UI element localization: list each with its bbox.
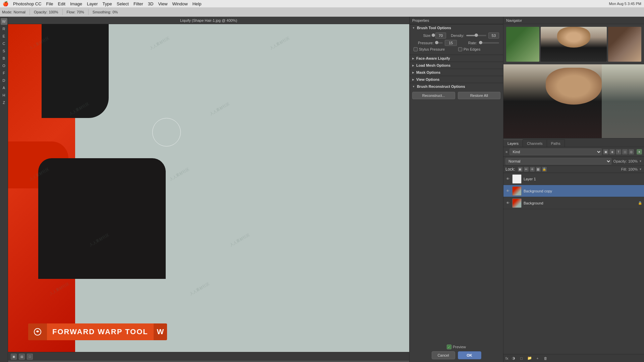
lock-transparent-icon[interactable]: ▣: [518, 167, 523, 172]
tool-thaw-mask[interactable]: D: [1, 77, 7, 84]
pressure-thumb[interactable]: [435, 41, 438, 44]
delete-layer-btn[interactable]: 🗑: [543, 355, 549, 361]
smoothing-label: Smoothing:: [93, 10, 111, 14]
layer-eye-2[interactable]: 👁: [505, 189, 510, 193]
filter-toggle[interactable]: ●: [637, 149, 642, 155]
canvas-content[interactable]: 人人素材社区 人人素材社区 人人素材社区 人人素材社区 人人素材社区 人人素材社…: [8, 24, 409, 352]
tab-channels[interactable]: Channels: [523, 139, 547, 147]
layer-row-3[interactable]: 👁 Background 🔒: [503, 197, 644, 209]
density-value[interactable]: 53: [488, 33, 499, 39]
add-mask-btn[interactable]: □: [519, 355, 525, 361]
density-slider[interactable]: [466, 35, 486, 36]
restore-all-button[interactable]: Restore All: [458, 92, 501, 99]
mask-options-toggle[interactable]: ▶ Mask Options: [410, 69, 503, 76]
layer-mode-select[interactable]: Normal: [505, 158, 611, 165]
density-thumb[interactable]: [475, 34, 478, 37]
filter-adjust-icon[interactable]: ◈: [609, 149, 615, 155]
fx-label[interactable]: fx: [505, 356, 508, 360]
add-adjustment-btn[interactable]: ◑: [511, 355, 517, 361]
tool-hand[interactable]: H: [1, 92, 7, 99]
lock-all-icon[interactable]: 🔒: [542, 167, 547, 172]
canvas-btn-1[interactable]: ▣: [11, 354, 17, 360]
menu-edit[interactable]: Edit: [58, 1, 65, 6]
mode-value[interactable]: Normal: [14, 10, 25, 14]
tool-smooth[interactable]: E: [1, 33, 7, 40]
navigator-main-image[interactable]: [503, 64, 644, 138]
tool-forward-warp[interactable]: W: [1, 18, 7, 25]
reconstruct-label: Brush Reconstruct Options: [417, 84, 465, 88]
smoothing-value[interactable]: 0%: [113, 10, 118, 14]
reconstruct-buttons: Reconstruct... Restore All: [410, 90, 503, 101]
fill-value[interactable]: 100%: [628, 167, 638, 171]
cancel-button[interactable]: Cancel: [432, 351, 455, 359]
tool-reconstruct[interactable]: R: [1, 25, 7, 32]
lock-artboard-icon[interactable]: ▦: [536, 167, 541, 172]
tool-push-left[interactable]: O: [1, 62, 7, 69]
stylus-pressure-checkbox[interactable]: [414, 47, 418, 51]
opacity-value[interactable]: 100%: [628, 159, 638, 163]
ok-button[interactable]: OK: [458, 351, 481, 359]
lock-paint-icon[interactable]: ✏: [524, 167, 529, 172]
flow-value[interactable]: 70%: [77, 10, 84, 14]
size-value[interactable]: 70: [435, 33, 446, 39]
menu-type[interactable]: Type: [103, 1, 112, 6]
tool-bloat[interactable]: B: [1, 55, 7, 62]
nav-thumb-2[interactable]: [541, 27, 607, 62]
load-mesh-toggle[interactable]: ▶ Load Mesh Options: [410, 62, 503, 69]
menu-photoshop[interactable]: Photoshop CC: [13, 1, 42, 6]
rate-thumb[interactable]: [479, 41, 482, 44]
size-thumb[interactable]: [432, 34, 435, 37]
rate-slider[interactable]: [479, 42, 499, 44]
nav-thumb-1[interactable]: [506, 27, 539, 62]
tool-twirl[interactable]: C: [1, 40, 7, 47]
opacity-value[interactable]: 100%: [49, 10, 58, 14]
view-options-toggle[interactable]: ▶ View Options: [410, 76, 503, 83]
apple-menu[interactable]: 🍎: [3, 1, 8, 6]
filter-smart-icon[interactable]: ◎: [629, 149, 634, 155]
canvas-area[interactable]: Liquify (Shape Hair-1.jpg @ 400%): [8, 17, 409, 362]
canvas-btn-3[interactable]: □: [27, 354, 33, 360]
warp-tool-icon: [33, 327, 42, 337]
tab-paths[interactable]: Paths: [547, 139, 565, 147]
tool-zoom[interactable]: Z: [1, 99, 7, 106]
brush-cursor: [152, 118, 181, 146]
layer-row-2[interactable]: 👁 Background copy: [503, 185, 644, 197]
layer-row-1[interactable]: 👁 Layer 1: [503, 173, 644, 185]
preview-checkbox[interactable]: ✓: [447, 345, 451, 349]
layer-eye-1[interactable]: 👁: [505, 177, 510, 181]
menu-file[interactable]: File: [46, 1, 53, 6]
canvas-btn-2[interactable]: ▤: [19, 354, 25, 360]
reconstruct-button[interactable]: Reconstruct...: [412, 92, 455, 99]
layer-eye-3[interactable]: 👁: [505, 201, 510, 205]
pin-edges-checkbox[interactable]: [458, 47, 462, 51]
menu-select[interactable]: Select: [117, 1, 129, 6]
face-aware-toggle[interactable]: ▶ Face-Aware Liquify: [410, 55, 503, 62]
menu-3d[interactable]: 3D: [148, 1, 154, 6]
menu-help[interactable]: Help: [193, 1, 202, 6]
pin-edges-item[interactable]: Pin Edges: [458, 47, 480, 51]
pressure-value[interactable]: 15: [445, 40, 457, 46]
size-label: Size:: [414, 34, 431, 38]
tool-face[interactable]: A: [1, 84, 7, 91]
add-group-btn[interactable]: 📁: [527, 355, 533, 361]
add-layer-btn[interactable]: +: [535, 355, 541, 361]
reconstruct-toggle[interactable]: ▼ Brush Reconstruct Options: [410, 83, 503, 90]
menu-view[interactable]: View: [158, 1, 167, 6]
nav-thumb-3[interactable]: [608, 27, 641, 62]
filter-shape-icon[interactable]: ◇: [622, 149, 628, 155]
menu-image[interactable]: Image: [70, 1, 82, 6]
filter-type-icon[interactable]: T: [616, 149, 621, 155]
warp-tooltip: FORWARD WARP TOOL W: [28, 323, 167, 340]
menu-layer[interactable]: Layer: [87, 1, 98, 6]
pressure-slider[interactable]: [436, 42, 443, 44]
stylus-pressure-item[interactable]: Stylus Pressure: [414, 47, 445, 51]
brush-options-toggle[interactable]: ▼ Brush Tool Options: [410, 24, 503, 31]
lock-move-icon[interactable]: ✛: [530, 167, 535, 172]
tool-freeze-mask[interactable]: F: [1, 70, 7, 76]
filter-pixel-icon[interactable]: ▣: [603, 149, 608, 155]
tool-pucker[interactable]: S: [1, 48, 7, 54]
filter-select[interactable]: Kind: [509, 148, 602, 155]
menu-window[interactable]: Window: [172, 1, 187, 6]
menu-filter[interactable]: Filter: [133, 1, 143, 6]
tab-layers[interactable]: Layers: [503, 139, 523, 147]
